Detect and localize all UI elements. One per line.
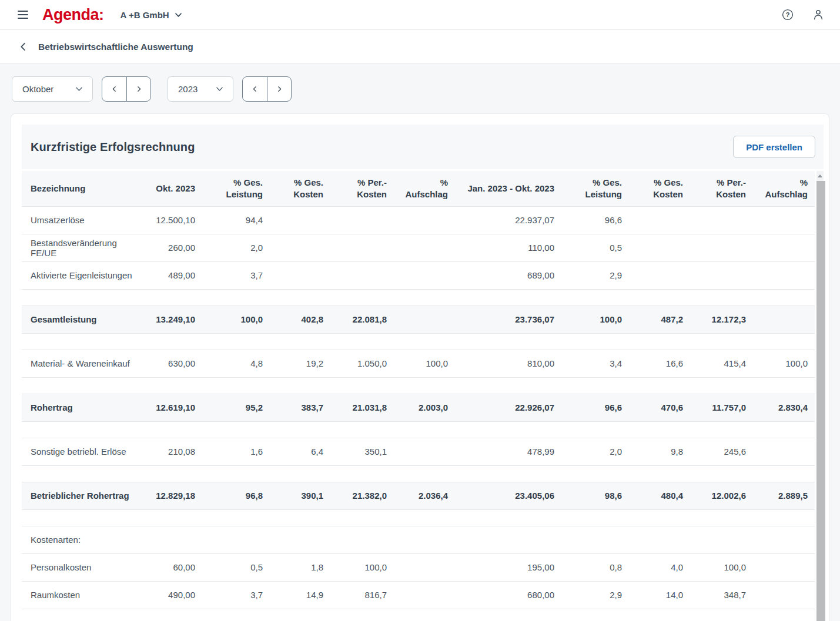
- value-cell: 60,00: [133, 553, 202, 581]
- value-cell: [753, 509, 815, 526]
- table-row: Gesamtleistung13.249,10100,0402,822.081,…: [22, 306, 815, 333]
- back-icon[interactable]: [18, 42, 28, 52]
- value-cell: [202, 333, 270, 350]
- year-next-button[interactable]: [267, 77, 291, 101]
- user-icon[interactable]: [812, 8, 825, 21]
- value-cell: [690, 377, 753, 394]
- value-cell: 100,0: [561, 306, 629, 333]
- year-prev-button[interactable]: [243, 77, 267, 101]
- company-selector[interactable]: A +B GmbH: [121, 10, 183, 20]
- month-pager: [102, 76, 151, 102]
- value-cell: [455, 289, 561, 306]
- value-cell: 22.937,07: [455, 206, 561, 234]
- month-prev-button[interactable]: [102, 77, 126, 101]
- value-cell: 13.249,10: [133, 306, 202, 333]
- table-row: Bestandsveränderung FE/UE260,002,0110,00…: [22, 234, 815, 261]
- month-select[interactable]: Oktober: [12, 76, 93, 102]
- value-cell: [394, 438, 455, 465]
- chevron-right-icon: [135, 85, 143, 93]
- year-select[interactable]: 2023: [168, 76, 233, 102]
- value-cell: [330, 465, 394, 482]
- month-next-button[interactable]: [126, 77, 150, 101]
- column-header: % Per.- Kosten: [330, 171, 394, 206]
- value-cell: 415,4: [690, 350, 753, 377]
- value-cell: [455, 509, 561, 526]
- value-cell: [330, 421, 394, 438]
- row-label-cell: Gesamtleistung: [22, 306, 133, 333]
- scrollbar-thumb[interactable]: [816, 181, 825, 621]
- spacer-row: [22, 289, 815, 306]
- value-cell: 95,2: [202, 394, 270, 421]
- top-bar: Agenda: A +B GmbH ?: [0, 0, 840, 30]
- value-cell: 4,8: [202, 350, 270, 377]
- value-cell: [330, 289, 394, 306]
- value-cell: 2,0: [202, 234, 270, 261]
- spacer-row: [22, 465, 815, 482]
- vertical-scrollbar[interactable]: [816, 171, 824, 621]
- value-cell: 12.829,18: [133, 482, 202, 509]
- value-cell: 402,8: [270, 306, 330, 333]
- column-header: Okt. 2023: [133, 171, 202, 206]
- value-cell: [561, 509, 629, 526]
- value-cell: [690, 465, 753, 482]
- year-select-value: 2023: [178, 84, 198, 94]
- value-cell: [133, 526, 202, 553]
- spacer-row: [22, 509, 815, 526]
- value-cell: [394, 333, 455, 350]
- value-cell: [394, 421, 455, 438]
- column-header: % Ges. Kosten: [629, 171, 690, 206]
- help-icon[interactable]: ?: [781, 8, 794, 21]
- value-cell: [561, 333, 629, 350]
- value-cell: [270, 421, 330, 438]
- value-cell: [394, 377, 455, 394]
- value-cell: [690, 261, 753, 289]
- value-cell: 2.036,4: [394, 482, 455, 509]
- value-cell: [270, 465, 330, 482]
- value-cell: [330, 261, 394, 289]
- value-cell: 1.050,0: [330, 350, 394, 377]
- pdf-create-button[interactable]: PDF erstellen: [733, 136, 815, 158]
- table-row: Sonstige betriebl. Erlöse210,081,66,4350…: [22, 438, 815, 465]
- period-filters: Oktober 2023: [12, 76, 840, 102]
- scroll-up-icon[interactable]: [816, 171, 824, 181]
- company-name: A +B GmbH: [121, 10, 169, 20]
- row-label-cell: [22, 289, 133, 306]
- value-cell: [753, 261, 815, 289]
- value-cell: [394, 206, 455, 234]
- spacer-row: [22, 421, 815, 438]
- value-cell: 487,2: [629, 306, 690, 333]
- value-cell: [629, 261, 690, 289]
- value-cell: [330, 509, 394, 526]
- value-cell: [270, 234, 330, 261]
- value-cell: [270, 261, 330, 289]
- value-cell: [690, 421, 753, 438]
- value-cell: [133, 421, 202, 438]
- value-cell: 630,00: [133, 350, 202, 377]
- value-cell: [561, 377, 629, 394]
- value-cell: 210,08: [133, 438, 202, 465]
- value-cell: 21.382,0: [330, 482, 394, 509]
- value-cell: [690, 206, 753, 234]
- value-cell: 12.500,10: [133, 206, 202, 234]
- value-cell: 0,8: [561, 553, 629, 581]
- value-cell: [202, 465, 270, 482]
- table-row: Umsatzerlöse12.500,1094,422.937,0796,6: [22, 206, 815, 234]
- value-cell: [133, 289, 202, 306]
- column-header: % Aufschlag: [394, 171, 455, 206]
- value-cell: 19,2: [270, 350, 330, 377]
- value-cell: 96,6: [561, 206, 629, 234]
- value-cell: [753, 306, 815, 333]
- value-cell: [202, 289, 270, 306]
- value-cell: 14,9: [270, 581, 330, 609]
- value-cell: [270, 526, 330, 553]
- value-cell: [753, 553, 815, 581]
- value-cell: [133, 377, 202, 394]
- value-cell: [753, 206, 815, 234]
- value-cell: 21.031,8: [330, 394, 394, 421]
- menu-icon[interactable]: [18, 11, 28, 19]
- value-cell: 2.830,4: [753, 394, 815, 421]
- value-cell: 16,6: [629, 350, 690, 377]
- value-cell: [753, 333, 815, 350]
- value-cell: [690, 509, 753, 526]
- row-label-cell: Rohertrag: [22, 394, 133, 421]
